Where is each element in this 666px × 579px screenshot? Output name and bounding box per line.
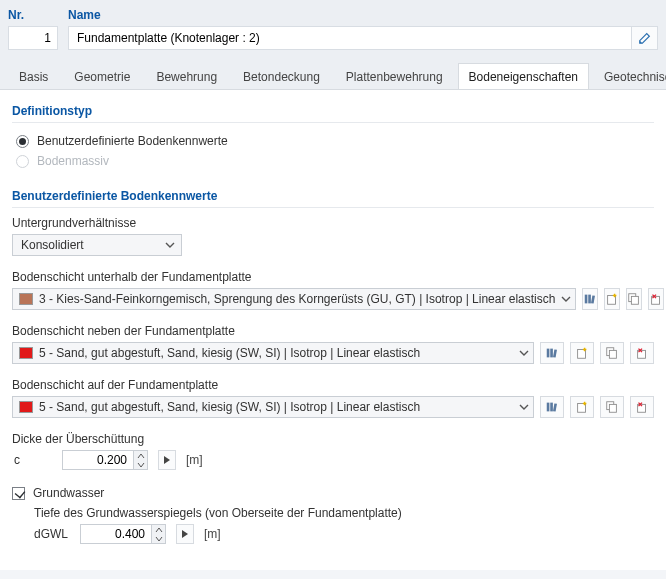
new-icon (575, 400, 589, 414)
checkbox-icon (12, 487, 25, 500)
tab-bewehrung[interactable]: Bewehrung (145, 63, 228, 90)
svg-rect-9 (553, 349, 557, 357)
radio-icon (16, 135, 29, 148)
tab-geometrie[interactable]: Geometrie (63, 63, 141, 90)
library-icon (583, 292, 597, 306)
tab-plattenbewehrung[interactable]: Plattenbewehrung (335, 63, 454, 90)
name-label: Name (68, 8, 658, 26)
tab-betondeckung[interactable]: Betondeckung (232, 63, 331, 90)
nr-label: Nr. (8, 8, 58, 26)
svg-rect-5 (632, 296, 639, 304)
layer-below-value: 3 - Kies-Sand-Feinkorngemisch, Sprengung… (39, 292, 555, 306)
library-button[interactable] (540, 396, 564, 418)
subgrade-value: Konsolidiert (21, 238, 84, 252)
radio-user-defined[interactable]: Benutzerdefinierte Bodenkennwerte (12, 131, 654, 151)
tab-geotechnische-konfiguration[interactable]: Geotechnische Konfiguration (593, 63, 666, 90)
play-icon (181, 529, 189, 539)
subgrade-label: Untergrundverhältnisse (12, 216, 654, 230)
svg-rect-8 (550, 349, 553, 358)
new-icon (575, 346, 589, 360)
layer-below-label: Bodenschicht unterhalb der Fundamentplat… (12, 270, 654, 284)
c-symbol: c (12, 453, 52, 467)
radio-icon (16, 155, 29, 168)
edit-name-button[interactable] (632, 26, 658, 50)
dgwl-spinner[interactable] (80, 524, 166, 544)
copy-button[interactable] (600, 396, 624, 418)
apply-button[interactable] (158, 450, 176, 470)
layer-beside-label: Bodenschicht neben der Fundamentplatte (12, 324, 654, 338)
library-icon (545, 400, 559, 414)
apply-button[interactable] (176, 524, 194, 544)
new-button[interactable] (570, 342, 594, 364)
layer-on-select[interactable]: 5 - Sand, gut abgestuft, Sand, kiesig (S… (12, 396, 534, 418)
delete-icon (635, 400, 649, 414)
tab-bar: Basis Geometrie Bewehrung Betondeckung P… (0, 50, 666, 90)
chevron-down-icon (165, 240, 175, 250)
nr-input[interactable] (8, 26, 58, 50)
c-input[interactable] (63, 451, 133, 469)
delete-button[interactable] (630, 396, 654, 418)
name-input[interactable] (68, 26, 632, 50)
svg-rect-0 (585, 295, 588, 304)
copy-button[interactable] (600, 342, 624, 364)
radio-bodenmassiv[interactable]: Bodenmassiv (12, 151, 654, 171)
thickness-label: Dicke der Überschüttung (12, 432, 654, 446)
copy-icon (605, 400, 619, 414)
dgwl-symbol: dGWL (12, 527, 70, 541)
library-button[interactable] (582, 288, 598, 310)
gw-depth-label: Tiefe des Grundwasserspiegels (von Obers… (12, 506, 654, 520)
copy-icon (605, 346, 619, 360)
svg-rect-19 (609, 404, 616, 412)
spin-down-button[interactable] (152, 534, 165, 543)
new-button[interactable] (604, 288, 620, 310)
dgwl-input[interactable] (81, 525, 151, 543)
copy-button[interactable] (626, 288, 642, 310)
svg-rect-14 (547, 403, 550, 412)
chevron-down-icon (519, 402, 529, 412)
new-button[interactable] (570, 396, 594, 418)
svg-rect-2 (591, 295, 595, 303)
delete-icon (649, 292, 663, 306)
svg-rect-16 (553, 403, 557, 411)
groundwater-checkbox[interactable]: Grundwasser (12, 484, 654, 502)
library-button[interactable] (540, 342, 564, 364)
layer-beside-value: 5 - Sand, gut abgestuft, Sand, kiesig (S… (39, 346, 513, 360)
svg-rect-7 (547, 349, 550, 358)
tab-basis[interactable]: Basis (8, 63, 59, 90)
layer-on-swatch (19, 401, 33, 413)
layer-on-label: Bodenschicht auf der Fundamentplatte (12, 378, 654, 392)
tab-bodeneigenschaften[interactable]: Bodeneigenschaften (458, 63, 589, 90)
subgrade-select[interactable]: Konsolidiert (12, 234, 182, 256)
edit-icon (638, 31, 652, 45)
play-icon (163, 455, 171, 465)
spin-up-button[interactable] (134, 451, 147, 460)
chevron-down-icon (561, 294, 571, 304)
section-title-definitionstyp: Definitionstyp (12, 98, 654, 123)
new-icon (605, 292, 619, 306)
svg-rect-15 (550, 403, 553, 412)
layer-beside-swatch (19, 347, 33, 359)
c-spinner[interactable] (62, 450, 148, 470)
groundwater-label: Grundwasser (33, 486, 104, 500)
radio-bodenmassiv-label: Bodenmassiv (37, 154, 109, 168)
chevron-down-icon (519, 348, 529, 358)
delete-button[interactable] (648, 288, 664, 310)
layer-beside-select[interactable]: 5 - Sand, gut abgestuft, Sand, kiesig (S… (12, 342, 534, 364)
layer-on-value: 5 - Sand, gut abgestuft, Sand, kiesig (S… (39, 400, 513, 414)
copy-icon (627, 292, 641, 306)
dgwl-unit: [m] (204, 527, 221, 541)
radio-user-defined-label: Benutzerdefinierte Bodenkennwerte (37, 134, 228, 148)
delete-button[interactable] (630, 342, 654, 364)
layer-below-swatch (19, 293, 33, 305)
spin-down-button[interactable] (134, 460, 147, 469)
spin-up-button[interactable] (152, 525, 165, 534)
svg-rect-12 (609, 350, 616, 358)
svg-rect-1 (589, 295, 592, 304)
section-title-userdef: Benutzerdefinierte Bodenkennwerte (12, 183, 654, 208)
library-icon (545, 346, 559, 360)
delete-icon (635, 346, 649, 360)
layer-below-select[interactable]: 3 - Kies-Sand-Feinkorngemisch, Sprengung… (12, 288, 576, 310)
c-unit: [m] (186, 453, 203, 467)
